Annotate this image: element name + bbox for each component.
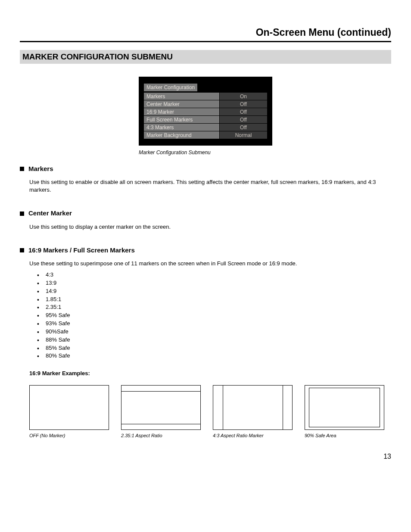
list-item: 1.85:1 bbox=[37, 296, 391, 304]
list-item: 88% Safe bbox=[37, 336, 391, 344]
examples-heading: 16:9 Marker Examples: bbox=[29, 370, 391, 377]
page-number: 13 bbox=[20, 452, 391, 461]
submenu-row: Markers On bbox=[144, 93, 267, 100]
submenu-row: 4:3 Markers Off bbox=[144, 124, 267, 131]
submenu-value: Off bbox=[220, 116, 267, 123]
submenu-box: Marker Configuration Markers On Center M… bbox=[139, 77, 272, 146]
example-43: 4:3 Aspect Ratio Marker bbox=[213, 385, 293, 439]
list-item: 13:9 bbox=[37, 279, 391, 287]
submenu-title: Marker Configuration bbox=[144, 84, 197, 91]
section-center-marker: Center Marker Use this setting to displa… bbox=[20, 209, 391, 230]
section-body: Use these setting to superimpose one of … bbox=[29, 260, 391, 268]
list-item: 85% Safe bbox=[37, 344, 391, 352]
submenu-value: Off bbox=[220, 108, 267, 115]
section-heading: Center Marker bbox=[28, 209, 72, 218]
list-item: 14:9 bbox=[37, 287, 391, 296]
example-235: 2.35:1 Aspect Ratio bbox=[121, 385, 201, 439]
list-item: 90%Safe bbox=[37, 328, 391, 336]
list-item: 80% Safe bbox=[37, 352, 391, 360]
submenu-label: 16:9 Marker bbox=[144, 108, 219, 115]
list-item: 93% Safe bbox=[37, 320, 391, 328]
example-caption: 4:3 Aspect Ratio Marker bbox=[213, 432, 293, 439]
examples-row: OFF (No Marker) 2.35:1 Aspect Ratio 4:3 … bbox=[29, 385, 391, 439]
submenu-value: On bbox=[220, 93, 267, 100]
submenu-row: Center Marker Off bbox=[144, 100, 267, 108]
submenu-value: Off bbox=[220, 124, 267, 131]
section-heading: 16:9 Markers / Full Screen Markers bbox=[28, 246, 135, 255]
section-body: Use this setting to display a center mar… bbox=[29, 223, 391, 231]
example-90safe: 90% Safe Area bbox=[305, 385, 384, 439]
example-caption: OFF (No Marker) bbox=[29, 432, 109, 439]
example-thumbnail bbox=[29, 385, 109, 430]
submenu-row: 16:9 Marker Off bbox=[144, 108, 267, 115]
submenu-label: Center Marker bbox=[144, 100, 219, 108]
example-thumbnail bbox=[121, 385, 201, 430]
submenu-row: Full Screen Markers Off bbox=[144, 116, 267, 123]
submenu-row: Marker Background Normal bbox=[144, 131, 267, 139]
submenu-value: Normal bbox=[220, 131, 267, 139]
submenu-label: Markers bbox=[144, 93, 219, 100]
submenu-label: 4:3 Markers bbox=[144, 124, 219, 131]
submenu-caption: Marker Configuration Submenu bbox=[139, 149, 272, 156]
example-thumbnail bbox=[305, 385, 384, 430]
submenu-value: Off bbox=[220, 100, 267, 108]
submenu-figure: Marker Configuration Markers On Center M… bbox=[20, 77, 391, 156]
section-body: Use this setting to enable or disable al… bbox=[29, 178, 391, 193]
submenu-label: Marker Background bbox=[144, 131, 219, 139]
example-off: OFF (No Marker) bbox=[29, 385, 109, 439]
section-heading: Markers bbox=[28, 165, 53, 173]
example-caption: 90% Safe Area bbox=[305, 432, 384, 439]
example-caption: 2.35:1 Aspect Ratio bbox=[121, 432, 201, 439]
submenu-label: Full Screen Markers bbox=[144, 116, 219, 123]
section-markers: Markers Use this setting to enable or di… bbox=[20, 165, 391, 193]
example-thumbnail bbox=[213, 385, 293, 430]
section-title-bar: MARKER CONFIGURATION SUBMENU bbox=[20, 50, 391, 64]
list-item: 2.35:1 bbox=[37, 303, 391, 311]
square-bullet-icon bbox=[20, 248, 24, 252]
page-header: On-Screen Menu (continued) bbox=[20, 26, 391, 42]
square-bullet-icon bbox=[20, 212, 24, 216]
square-bullet-icon bbox=[20, 167, 24, 171]
list-item: 4:3 bbox=[37, 271, 391, 279]
marker-options-list: 4:3 13:9 14:9 1.85:1 2.35:1 95% Safe 93%… bbox=[37, 271, 391, 360]
list-item: 95% Safe bbox=[37, 311, 391, 320]
section-sixteen-nine: 16:9 Markers / Full Screen Markers Use t… bbox=[20, 246, 391, 439]
